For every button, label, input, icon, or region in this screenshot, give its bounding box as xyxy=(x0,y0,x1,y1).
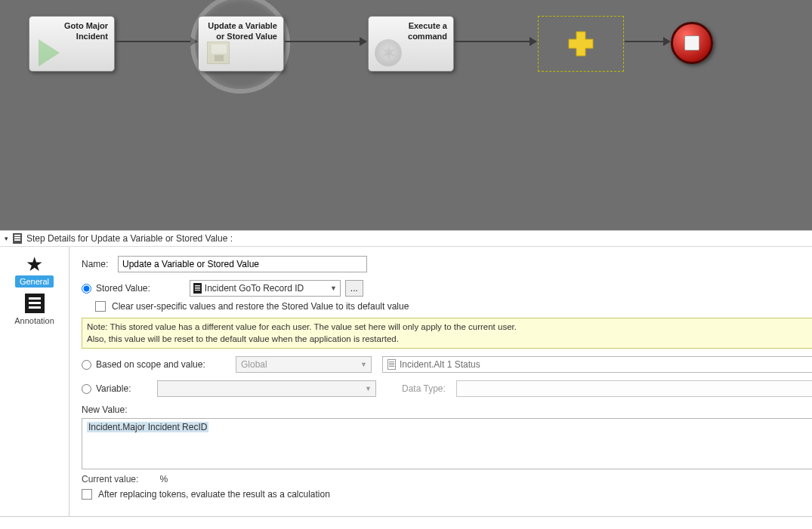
stored-value-label: Stored Value: xyxy=(96,283,150,294)
chevron-down-icon: ▼ xyxy=(365,385,372,392)
scope-combo-value: Global xyxy=(241,359,267,370)
star-icon: ★ xyxy=(0,254,69,274)
scope-field-value: Incident.Alt 1 Status xyxy=(400,359,480,370)
note-line-2: Also, this value will be reset to the de… xyxy=(87,334,807,346)
stored-value-radio[interactable] xyxy=(82,284,91,294)
step-details-title: Step Details for Update a Variable or St… xyxy=(26,233,233,244)
datatype-label: Data Type: xyxy=(402,383,446,394)
new-value-textarea[interactable]: Incident.Major Incident RecID xyxy=(82,418,812,469)
new-value-label: New Value: xyxy=(82,404,127,415)
stored-value-selected: Incident GoTo Record ID xyxy=(205,283,304,294)
gear-icon xyxy=(375,39,402,66)
flow-arrow xyxy=(455,41,536,42)
scope-field[interactable]: Incident.Alt 1 Status xyxy=(382,356,812,373)
tab-label: Annotation xyxy=(10,315,59,327)
document-icon xyxy=(387,359,396,370)
clear-values-checkbox[interactable] xyxy=(95,301,106,312)
details-header-icon xyxy=(13,233,22,244)
stored-value-browse-button[interactable]: ... xyxy=(345,280,363,297)
variable-combo[interactable]: ▼ xyxy=(157,380,376,397)
flow-arrow xyxy=(116,41,197,42)
annotation-icon xyxy=(25,294,45,313)
scope-radio[interactable] xyxy=(82,360,91,370)
flow-arrow xyxy=(285,41,366,42)
play-icon xyxy=(36,39,63,66)
step-label: Update a Variable or Stored Value xyxy=(205,21,277,42)
collapse-chevron-icon[interactable]: ▾ xyxy=(5,235,8,242)
variable-radio[interactable] xyxy=(82,384,91,394)
step-details-body: ★ General Annotation Name: Stored Value:… xyxy=(0,247,812,517)
note-line-1: Note: This stored value has a different … xyxy=(87,321,807,334)
stop-node[interactable] xyxy=(671,22,713,64)
evaluate-calc-label: After replacing tokens, evaluate the res… xyxy=(98,489,330,500)
document-icon xyxy=(193,283,202,294)
tab-general[interactable]: ★ General xyxy=(0,254,69,291)
name-label: Name: xyxy=(82,259,118,269)
step-label: Execute a command xyxy=(375,21,447,42)
current-value-text: % xyxy=(159,474,168,484)
chevron-down-icon: ▼ xyxy=(360,361,367,368)
name-input[interactable] xyxy=(118,256,367,272)
step-execute-command[interactable]: Execute a command xyxy=(368,16,454,72)
datatype-input[interactable] xyxy=(456,380,812,397)
variable-label: Variable: xyxy=(96,383,131,394)
form-area: Name: Stored Value: Incident GoTo Record… xyxy=(69,247,812,516)
tab-label: General xyxy=(15,275,54,288)
workflow-canvas[interactable]: Goto Major Incident Update a Variable or… xyxy=(0,0,812,230)
note-box: Note: This stored value has a different … xyxy=(82,318,812,349)
stored-value-select[interactable]: Incident GoTo Record ID ▼ xyxy=(190,280,341,297)
new-value-token: Incident.Major Incident RecID xyxy=(87,422,208,432)
evaluate-calc-checkbox[interactable] xyxy=(82,489,92,500)
step-update-variable[interactable]: Update a Variable or Stored Value xyxy=(198,16,284,72)
tab-annotation[interactable]: Annotation xyxy=(0,294,69,330)
step-details-header: ▾ Step Details for Update a Variable or … xyxy=(0,230,812,247)
clear-values-label: Clear user-specific values and restore t… xyxy=(112,301,409,312)
plus-icon xyxy=(566,29,596,59)
scope-combo[interactable]: Global ▼ xyxy=(236,356,372,373)
side-tabs: ★ General Annotation xyxy=(0,247,69,516)
flow-arrow xyxy=(625,41,670,42)
save-icon xyxy=(205,39,232,66)
step-label: Goto Major Incident xyxy=(36,21,108,42)
stop-icon xyxy=(684,35,699,51)
step-goto-major-incident[interactable]: Goto Major Incident xyxy=(29,16,115,72)
add-step-placeholder[interactable] xyxy=(538,16,624,72)
current-value-label: Current value: xyxy=(82,474,138,484)
scope-label: Based on scope and value: xyxy=(96,359,205,370)
chevron-down-icon: ▼ xyxy=(330,284,337,292)
